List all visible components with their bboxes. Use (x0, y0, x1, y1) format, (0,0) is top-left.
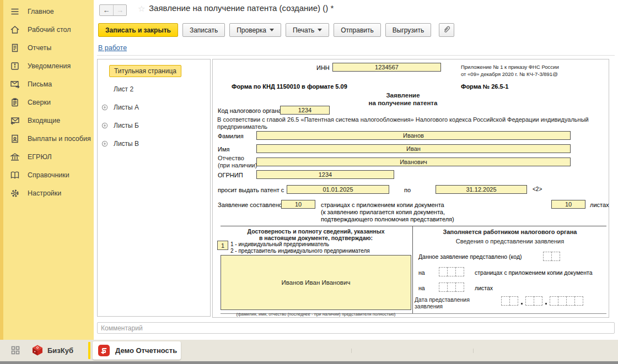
sheet-item-label-selected: Титульная страница (109, 65, 181, 77)
taskbar: БизКуб Демо Отчетность (0, 340, 618, 361)
taskbar-app-name[interactable]: БизКуб (47, 346, 73, 355)
sidebar-item-label: Письма (28, 80, 52, 88)
sheet-item-list2[interactable]: Лист 2 (98, 80, 210, 98)
last-name-label: Фамилия (218, 133, 244, 139)
bizkub-logo-icon[interactable] (31, 344, 44, 358)
sheet-item-list-b[interactable]: Листы Б (98, 116, 210, 134)
inn-label: ИНН (316, 64, 330, 71)
date-separator (545, 303, 547, 305)
confirm-title-1: Достоверность и полноту сведений, указан… (221, 228, 411, 235)
document-title: Заявление на получение патента (307, 91, 499, 107)
sheet-list-panel: Титульная страница Лист 2 Листы А Листы … (97, 59, 211, 317)
patent-form-panel: ИНН 1234567 Приложение № 1 к приказу ФНС… (212, 59, 609, 318)
history-nav: ← → (99, 4, 127, 16)
send-button[interactable]: Отправить (334, 23, 381, 37)
sidebar-item-otchety[interactable]: Отчеты (0, 39, 94, 57)
sidebar-item-rabochiy-stol[interactable]: Рабочий стол (0, 20, 94, 39)
tax-authority-code-field[interactable]: 1234 (280, 106, 330, 115)
toolbar: Записать и закрыть Записать Проверка Печ… (98, 23, 454, 37)
representative-fio-field[interactable]: Иванов Иван Иванович (221, 255, 411, 310)
official-on-label-2: на (418, 285, 425, 291)
patent-to-label: по (404, 187, 411, 193)
sheets-count-field[interactable]: 10 (551, 200, 585, 209)
patent-to-field[interactable]: 31.12.2025 (436, 185, 527, 194)
sidebar-item-pisma[interactable]: Письма (0, 75, 94, 93)
sidebar-item-spravochniki[interactable]: Справочники (0, 166, 94, 184)
date-separator (521, 303, 523, 305)
sheet-item-list-v[interactable]: Листы В (98, 134, 210, 153)
ogrnip-field[interactable]: 1234 (256, 170, 394, 179)
sidebar-item-label: Уведомления (28, 62, 71, 70)
saby-icon (98, 345, 110, 356)
sidebar-item-label: Рабочий стол (28, 26, 71, 34)
form-number-label: Форма № 26.5-1 (461, 83, 508, 90)
add-sheet-icon[interactable] (101, 104, 108, 111)
ogrnip-label: ОГРНИП (218, 172, 243, 178)
info-icon (9, 61, 20, 72)
official-on-label-1: на (418, 269, 425, 276)
middle-name-label: Отчество (при наличии) (218, 155, 257, 169)
patent-from-field[interactable]: 01.01.2025 (287, 185, 389, 194)
sidebar-item-label: Отчеты (28, 44, 51, 52)
taskbar-slot-divider (473, 349, 474, 353)
footnote-mark: <2> (533, 186, 542, 192)
attachments-button[interactable] (439, 23, 454, 37)
tax-authority-code-label: Код налогового органа (218, 107, 282, 114)
window-bottom-strip (0, 361, 618, 364)
back-button[interactable]: ← (100, 5, 113, 15)
sidebar-item-sverki[interactable]: Сверки (0, 93, 94, 111)
pages-label: Заявление составлено на (218, 202, 291, 208)
official-sheets-cells (439, 282, 464, 292)
sidebar-item-vhodyashchie[interactable]: Входящие (0, 111, 94, 129)
add-sheet-icon[interactable] (101, 140, 108, 147)
check-menu-button[interactable]: Проверка (229, 23, 281, 37)
dropdown-arrow-icon (270, 29, 274, 31)
apps-grid-icon[interactable] (11, 346, 20, 357)
clipboard-icon (9, 97, 20, 108)
sidebar-item-label: Выплаты и пособия (28, 135, 91, 143)
print-menu-button[interactable]: Печать (286, 23, 329, 37)
main-area: ← → ☆ Заявление на получение патента (со… (94, 0, 618, 340)
form-knd-label: Форма по КНД 1150010 в формате 5.09 (232, 83, 347, 90)
sidebar: Главное Рабочий стол Отчеты Уведомления … (0, 0, 94, 340)
last-name-field[interactable]: Иванов (256, 131, 571, 140)
home-icon (9, 24, 20, 35)
favorite-star-icon[interactable]: ☆ (138, 4, 145, 14)
taskbar-tab-demo-otchetnost[interactable]: Демо Отчетность (93, 341, 181, 360)
inn-field[interactable]: 1234567 (332, 63, 441, 72)
official-title: Заполняется работником налогового органа (413, 229, 607, 235)
sidebar-item-vyplaty[interactable]: Выплаты и пособия (0, 129, 94, 148)
active-tab-accent (88, 342, 90, 359)
add-sheet-icon[interactable] (101, 122, 108, 129)
comment-input[interactable] (97, 322, 615, 334)
first-name-field[interactable]: Иван (256, 144, 571, 153)
official-use-column: Заполняется работником налогового органа… (412, 226, 606, 313)
mail-in-icon (9, 115, 20, 126)
official-sheets-text: листах (475, 285, 493, 291)
fio-caption: (фамилия, имя, отчество (последнее - при… (221, 312, 411, 317)
submission-date-label: Дата представления заявления (415, 296, 470, 309)
save-button[interactable]: Записать (182, 23, 225, 37)
confirm-title-2: в настоящем документе, подтверждаю: (221, 235, 411, 241)
sheet-item-list-a[interactable]: Листы А (98, 98, 210, 116)
sidebar-item-egrul[interactable]: ЕГРЮЛ (0, 148, 94, 166)
pages-count-field[interactable]: 10 (281, 200, 315, 209)
paperclip-icon (442, 25, 451, 35)
official-subtitle: Сведения о представлении заявления (413, 238, 607, 245)
save-and-close-button[interactable]: Записать и закрыть (98, 23, 178, 37)
page-title: Заявление на получение патента (создание… (149, 3, 334, 13)
book-icon (9, 170, 20, 181)
export-button[interactable]: Выгрузить (385, 23, 432, 37)
first-name-label: Имя (218, 146, 229, 153)
status-link[interactable]: В работе (98, 44, 127, 52)
sidebar-item-uvedomleniya[interactable]: Уведомления (0, 57, 94, 75)
confirm-code-field[interactable]: 1 (217, 241, 228, 250)
middle-name-field[interactable]: Иванович (256, 157, 571, 166)
sidebar-item-glavnoe[interactable]: Главное (0, 2, 94, 20)
appendix-note: Приложение № 1 к приказу ФНС России от «… (461, 63, 605, 78)
pages-text-3: подтверждающего полномочия представителя… (321, 216, 454, 222)
confirmation-left-column: Достоверность и полноту сведений, указан… (221, 226, 412, 313)
forward-button[interactable]: → (113, 5, 126, 15)
sheet-item-title-page[interactable]: Титульная страница (98, 62, 210, 80)
sidebar-item-nastroyki[interactable]: Настройки (0, 184, 94, 202)
